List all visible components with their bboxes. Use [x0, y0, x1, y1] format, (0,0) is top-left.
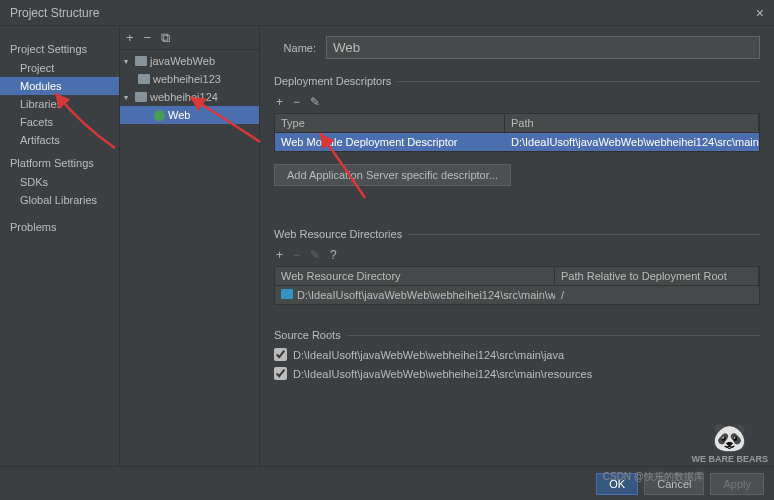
resource-row-dir: D:\IdeaIUsoft\javaWebWeb\webheihei124\sr…	[275, 286, 555, 304]
resource-toolbar: + − ✎ ?	[274, 244, 760, 266]
add-icon[interactable]: +	[276, 95, 283, 109]
tree-label: Web	[168, 109, 190, 121]
remove-icon[interactable]: −	[293, 248, 300, 262]
sidebar-item-libraries[interactable]: Libraries	[0, 95, 119, 113]
deployment-descriptors-title: Deployment Descriptors	[274, 75, 760, 87]
sidebar-item-modules[interactable]: Modules	[0, 77, 119, 95]
help-icon[interactable]: ?	[330, 248, 337, 262]
sidebar-item-project[interactable]: Project	[0, 59, 119, 77]
name-input[interactable]	[326, 36, 760, 59]
folder-icon	[135, 56, 147, 66]
sidebar-heading-platform: Platform Settings	[0, 155, 119, 173]
edit-icon[interactable]: ✎	[310, 95, 320, 109]
watermark-bears: 🐼 WE BARE BEARS	[691, 421, 768, 464]
tree-label: webheihei123	[153, 73, 221, 85]
web-icon	[154, 110, 165, 121]
source-root-label: D:\IdeaIUsoft\javaWebWeb\webheihei124\sr…	[293, 368, 592, 380]
col-type: Type	[275, 114, 505, 132]
resource-row[interactable]: D:\IdeaIUsoft\javaWebWeb\webheihei124\sr…	[275, 286, 759, 304]
titlebar: Project Structure ×	[0, 0, 774, 26]
col-path: Path	[505, 114, 759, 132]
deploy-row-path: D:\IdeaIUsoft\javaWebWeb\webheihei124\sr…	[505, 133, 759, 151]
edit-icon[interactable]: ✎	[310, 248, 320, 262]
remove-icon[interactable]: −	[144, 30, 152, 45]
col-resource-dir: Web Resource Directory	[275, 267, 555, 285]
window-title: Project Structure	[10, 6, 99, 20]
name-label: Name:	[274, 42, 316, 54]
sidebar-item-sdks[interactable]: SDKs	[0, 173, 119, 191]
tree-node-web[interactable]: Web	[120, 106, 259, 124]
module-tree-panel: + − ⧉ ▾ javaWebWeb webheihei123 ▾ webhei…	[120, 26, 260, 466]
tree-label: javaWebWeb	[150, 55, 215, 67]
folder-icon	[135, 92, 147, 102]
folder-icon	[281, 289, 293, 299]
checkbox[interactable]	[274, 367, 287, 380]
sidebar: Project Settings Project Modules Librari…	[0, 26, 120, 466]
tree-node-child1[interactable]: webheihei123	[120, 70, 259, 88]
checkbox[interactable]	[274, 348, 287, 361]
sidebar-item-facets[interactable]: Facets	[0, 113, 119, 131]
content-panel: Name: Deployment Descriptors + − ✎ Type …	[260, 26, 774, 466]
tree-toolbar: + − ⧉	[120, 26, 259, 50]
source-root-2[interactable]: D:\IdeaIUsoft\javaWebWeb\webheihei124\sr…	[274, 364, 760, 383]
copy-icon[interactable]: ⧉	[161, 30, 170, 46]
sidebar-item-artifacts[interactable]: Artifacts	[0, 131, 119, 149]
folder-icon	[138, 74, 150, 84]
sidebar-item-global-libraries[interactable]: Global Libraries	[0, 191, 119, 209]
watermark-csdn: CSDN @快乐的数据库	[603, 470, 704, 484]
col-relative-path: Path Relative to Deployment Root	[555, 267, 759, 285]
chevron-down-icon: ▾	[124, 93, 132, 102]
source-root-label: D:\IdeaIUsoft\javaWebWeb\webheihei124\sr…	[293, 349, 564, 361]
remove-icon[interactable]: −	[293, 95, 300, 109]
tree-node-child2[interactable]: ▾ webheihei124	[120, 88, 259, 106]
source-roots-title: Source Roots	[274, 329, 760, 341]
apply-button[interactable]: Apply	[710, 473, 764, 495]
deploy-row[interactable]: Web Module Deployment Descriptor D:\Idea…	[275, 133, 759, 151]
tree-label: webheihei124	[150, 91, 218, 103]
resource-row-rel: /	[555, 286, 759, 304]
tree-node-root[interactable]: ▾ javaWebWeb	[120, 52, 259, 70]
deploy-toolbar: + − ✎	[274, 91, 760, 113]
add-icon[interactable]: +	[126, 30, 134, 45]
close-icon[interactable]: ×	[756, 5, 764, 21]
resource-table: Web Resource Directory Path Relative to …	[274, 266, 760, 305]
deploy-table: Type Path Web Module Deployment Descript…	[274, 113, 760, 152]
add-server-descriptor-button[interactable]: Add Application Server specific descript…	[274, 164, 511, 186]
web-resource-dirs-title: Web Resource Directories	[274, 228, 760, 240]
sidebar-item-problems[interactable]: Problems	[0, 219, 119, 237]
chevron-down-icon: ▾	[124, 57, 132, 66]
sidebar-heading-project: Project Settings	[0, 41, 119, 59]
add-icon[interactable]: +	[276, 248, 283, 262]
deploy-row-type: Web Module Deployment Descriptor	[275, 133, 505, 151]
source-root-1[interactable]: D:\IdeaIUsoft\javaWebWeb\webheihei124\sr…	[274, 345, 760, 364]
